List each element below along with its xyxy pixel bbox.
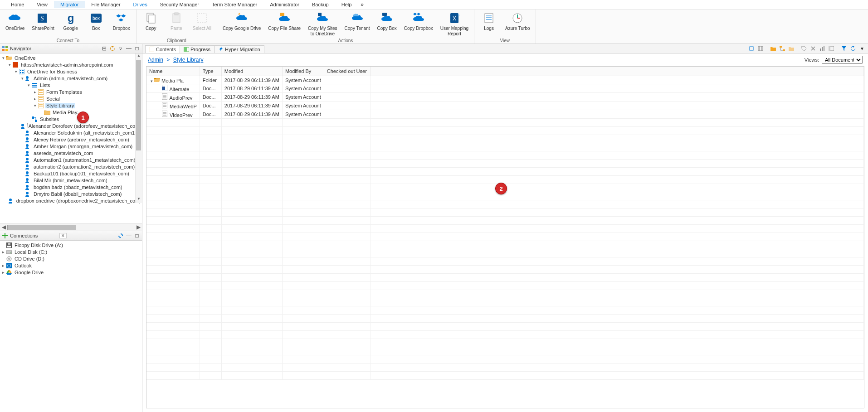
copy-google-drive-button[interactable]: Copy Google Drive (219, 10, 264, 38)
tool-2-icon[interactable] (756, 44, 765, 53)
tree-row[interactable]: Alexander Solodukhin (alt_metavistech_co… (1, 129, 142, 136)
tree-row[interactable]: ▾Lists (1, 82, 142, 88)
maximize-icon[interactable]: □ (134, 45, 140, 52)
filter-icon[interactable] (840, 44, 848, 53)
tree-row[interactable]: Dmytro Babii (dbabii_metavistech_com) (1, 190, 142, 197)
expand-icon[interactable]: ▾ (1, 56, 5, 60)
tree-row[interactable]: automation2 (automation2_metavistech_com… (1, 163, 142, 170)
refresh-icon[interactable] (849, 44, 857, 53)
tree-row[interactable]: ▾Admin (admin_metavistech_com) (1, 75, 142, 82)
maximize-icon[interactable]: □ (134, 233, 140, 239)
menu-icon[interactable]: ▾ (858, 44, 866, 53)
expand-icon[interactable]: ▾ (14, 69, 18, 74)
azure-turbo-button[interactable]: Azure Turbo (502, 10, 533, 38)
expand-icon[interactable]: ▸ (1, 250, 5, 254)
menu-overflow-icon[interactable]: » (358, 1, 366, 8)
view-menu-icon[interactable]: ▿ (117, 45, 124, 52)
menu-drives[interactable]: Drives (127, 1, 154, 8)
copy-dropbox-button[interactable]: Copy Dropbox (400, 10, 437, 38)
tab-progress[interactable]: Progress (180, 45, 215, 53)
copy-box-button[interactable]: Copy Box (374, 10, 400, 38)
tree-row[interactable]: Backup101 (backup101_metavistech_com) (1, 170, 142, 177)
menu-help[interactable]: Help (335, 1, 358, 8)
tree-row[interactable]: Amber Morgan (amorgan_metavistech_com) (1, 143, 142, 150)
expand-icon[interactable]: ▸ (33, 97, 37, 101)
connection-row[interactable]: ▸OOutlook (1, 262, 141, 269)
expand-icon[interactable]: ▾ (20, 76, 24, 81)
menu-file-manager[interactable]: File Manager (85, 1, 127, 8)
select-all-button[interactable]: Select All (189, 10, 215, 38)
table-row[interactable]: ▾ Media PlaFolder2017-08-29 06:11:39 AMS… (146, 76, 864, 84)
vertical-scrollbar[interactable]: ▲▼ (135, 53, 142, 203)
sharepoint-button[interactable]: SSharePoint (28, 10, 58, 38)
views-dropdown[interactable]: All Documents (822, 56, 863, 64)
expand-icon[interactable]: ▾ (33, 103, 37, 108)
connection-row[interactable]: ▸Local Disk (C:) (1, 248, 141, 255)
panel-icon[interactable] (827, 44, 835, 53)
tree-row[interactable]: ▾https://metavistech-admin.sharepoint.co… (1, 61, 142, 68)
tree-row[interactable]: Media Play... (1, 109, 142, 116)
collapse-icon[interactable]: ⊟ (101, 45, 107, 52)
copy-file-share-button[interactable]: Copy File Share (264, 10, 304, 38)
chart-icon[interactable] (818, 44, 826, 53)
table-row[interactable]: MediaWebPDoc...2017-08-29 06:11:39 AMSys… (146, 102, 864, 110)
tree-row[interactable]: ▾OneDrive (1, 54, 142, 61)
horizontal-scrollbar[interactable]: ◀▶ (0, 223, 142, 231)
connection-row[interactable]: Floppy Disk Drive (A:) (1, 242, 141, 248)
expand-icon[interactable]: ▸ (33, 90, 37, 94)
tree-row[interactable]: dropbox onedrive (dropboxonedrive2_metav… (1, 197, 142, 204)
expand-icon[interactable]: ▾ (7, 63, 12, 67)
menu-administrator[interactable]: Administrator (263, 1, 306, 8)
folder-up-icon[interactable] (787, 44, 795, 53)
col-modified[interactable]: Modified (221, 67, 282, 76)
paste-button[interactable]: Paste (164, 10, 189, 38)
logs-button[interactable]: Logs (476, 10, 502, 38)
tree-row[interactable]: bogdan badz (bbadz_metavistech_com) (1, 184, 142, 190)
delete-icon[interactable] (809, 44, 817, 53)
tree-row[interactable]: Subsites (1, 116, 142, 122)
box-button[interactable]: boxBox (83, 10, 109, 38)
folder-tree-icon[interactable] (778, 44, 786, 53)
minimize-icon[interactable]: — (126, 45, 132, 52)
col-modified-by[interactable]: Modified By (282, 67, 324, 76)
add-icon[interactable] (2, 233, 8, 239)
col-checked-out[interactable]: Checked out User (324, 67, 371, 76)
connection-row[interactable]: CD Drive (D:) (1, 255, 141, 262)
expand-icon[interactable]: ▾ (149, 79, 154, 83)
tree-row[interactable]: ▸Form Templates (1, 88, 142, 95)
tag-icon[interactable] (800, 44, 808, 53)
tree-row[interactable]: Ivan Yuriev (akokhan_metavistech_com) (1, 204, 142, 205)
connections-close-icon[interactable]: ✕ (59, 233, 67, 238)
copy-my-sites-button[interactable]: Copy My Sites to OneDrive (304, 10, 341, 38)
expand-icon[interactable]: ▸ (1, 270, 5, 275)
menu-backup[interactable]: Backup (306, 1, 335, 8)
onedrive-button[interactable]: OneDrive (2, 10, 28, 38)
tree-row[interactable]: Alexander Dorofeev (adorofeev_metavistec… (1, 122, 142, 129)
connection-row[interactable]: ▸Google Drive (1, 269, 141, 276)
tree-row[interactable]: ▾OneDrive for Business (1, 68, 142, 75)
col-name[interactable]: Name (146, 67, 200, 76)
tab-contents[interactable]: Contents (145, 45, 180, 53)
menu-view[interactable]: View (30, 1, 54, 8)
table-row[interactable]: AudioPrevDoc...2017-08-29 06:11:39 AMSys… (146, 93, 864, 102)
breadcrumb-admin[interactable]: Admin (148, 57, 163, 63)
tree-row[interactable]: Bilal Mir (bmir_metavistech_com) (1, 177, 142, 184)
google-button[interactable]: gGoogle (58, 10, 83, 38)
table-row[interactable]: VideoPrevDoc...2017-08-29 06:11:39 AMSys… (146, 110, 864, 119)
sync-icon[interactable] (117, 233, 124, 239)
expand-icon[interactable]: ▾ (26, 83, 31, 87)
menu-security-manager[interactable]: Security Manager (154, 1, 205, 8)
refresh-icon[interactable] (109, 45, 116, 52)
tab-hyper-migration[interactable]: Hyper Migration (214, 45, 264, 53)
tree-row[interactable]: Automation1 (automation1_metavistech_com… (1, 156, 142, 163)
expand-icon[interactable]: ▸ (1, 263, 5, 268)
tree-row[interactable]: ▾Style Library (1, 102, 142, 109)
tree-row[interactable]: Alexey Rebrov (arebrov_metavistech_com) (1, 136, 142, 143)
new-folder-icon[interactable] (769, 44, 777, 53)
tool-1-icon[interactable] (747, 44, 756, 53)
user-mapping-report-button[interactable]: XUser Mapping Report (437, 10, 472, 38)
dropbox-button[interactable]: Dropbox (109, 10, 134, 38)
menu-home[interactable]: Home (5, 1, 30, 8)
col-type[interactable]: Type (200, 67, 221, 76)
tree-row[interactable]: ▸Social (1, 95, 142, 102)
